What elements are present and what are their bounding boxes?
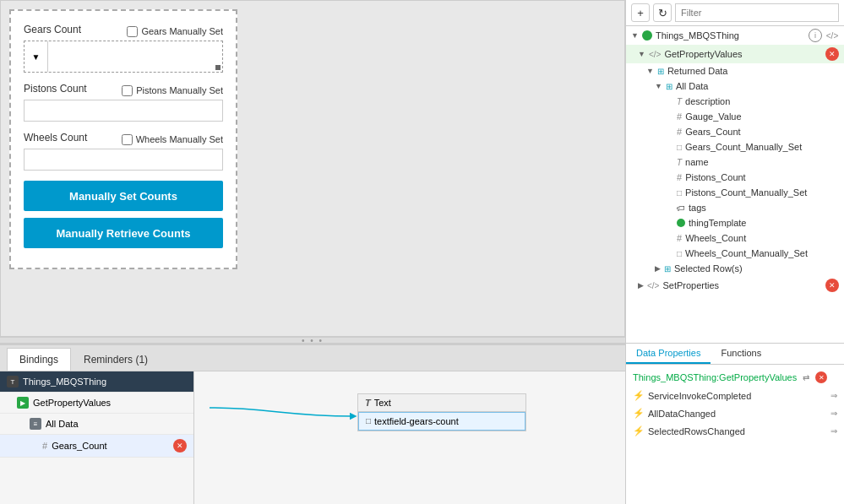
tab-bindings[interactable]: Bindings xyxy=(7,348,71,371)
tree-item-things[interactable]: ▼ Things_MBQSThing i </> xyxy=(626,26,844,45)
tab-functions[interactable]: Functions xyxy=(711,344,771,364)
lightning-icon-2: ⚡ xyxy=(633,408,645,419)
pistons-manually-set-checkbox[interactable] xyxy=(122,85,133,96)
event-label-1: ServiceInvokeCompleted xyxy=(648,391,751,401)
wheels-count-label: Wheels Count xyxy=(24,132,87,144)
remove-binding-button[interactable]: ✕ xyxy=(173,439,187,453)
binding-item-alldata[interactable]: ≡ All Data xyxy=(0,414,193,435)
canvas-area: Gears Count Gears Manually Set ▼ xyxy=(0,0,625,337)
gears-dropdown-btn[interactable]: ▼ xyxy=(25,41,48,72)
data-prop-source-label: Things_MBQSThing:GetPropertyValues xyxy=(633,372,797,382)
refresh-button[interactable]: ↻ xyxy=(653,3,672,22)
code-icon[interactable]: </> xyxy=(825,29,839,42)
data-prop-all-data-changed: ⚡ AllDataChanged ⇒ xyxy=(626,404,844,422)
tree-pistons-count-label: Pistons_Count xyxy=(685,172,839,182)
share-icon[interactable]: ⇄ xyxy=(800,371,812,383)
arrow-event-2: ⇒ xyxy=(830,409,837,418)
tree-returned-label: Returned Data xyxy=(667,66,839,76)
pistons-manually-set-checkbox-label[interactable]: Pistons Manually Set xyxy=(122,85,223,96)
hash-wheels-icon: # xyxy=(677,233,682,243)
tree-item-gears-count[interactable]: # Gears_Count xyxy=(626,124,844,139)
chevron-getproperty: ▼ xyxy=(638,50,645,58)
tree-area: ▼ Things_MBQSThing i </> ▼ </> GetProper… xyxy=(626,26,844,344)
hash-pistons-icon: # xyxy=(677,172,682,182)
hash-gauge-icon: # xyxy=(677,111,682,122)
hash-icon-gears: # xyxy=(42,441,47,451)
data-prop-service-completed: ⚡ ServiceInvokeCompleted ⇒ xyxy=(626,387,844,404)
tree-name-label: name xyxy=(685,157,839,167)
service-bracket-setprops-icon: </> xyxy=(647,281,659,290)
manually-retrieve-counts-button[interactable]: Manually Retrieve Counts xyxy=(24,218,223,248)
chevron-alldata: ▼ xyxy=(655,82,662,90)
gears-field-group: Gears Count Gears Manually Set ▼ xyxy=(24,24,223,73)
tree-item-wheels-manually-set[interactable]: □ Wheels_Count_Manually_Set xyxy=(626,246,844,261)
tree-gears-manually-label: Gears_Count_Manually_Set xyxy=(685,142,839,152)
info-icon[interactable]: i xyxy=(809,29,822,42)
tree-item-name[interactable]: T name xyxy=(626,154,844,170)
connector-region: T Text □ textfield-gears-count xyxy=(201,378,618,446)
close-setprops-button[interactable]: ✕ xyxy=(825,279,839,292)
binding-thing-label: Things_MBQSThing xyxy=(23,377,106,387)
lightning-icon-3: ⚡ xyxy=(633,425,645,436)
tab-data-properties[interactable]: Data Properties xyxy=(626,344,711,364)
close-getproperty-button[interactable]: ✕ xyxy=(825,47,839,61)
tree-item-thing-template[interactable]: thingTemplate xyxy=(626,215,844,230)
tab-reminders[interactable]: Reminders (1) xyxy=(71,348,161,371)
arrow-event-1: ⇒ xyxy=(830,391,837,400)
tree-item-pistons-count[interactable]: # Pistons_Count xyxy=(626,170,844,185)
tree-item-gears-manually-set[interactable]: □ Gears_Count_Manually_Set xyxy=(626,139,844,154)
tree-item-returned-data[interactable]: ▼ ⊞ Returned Data xyxy=(626,63,844,79)
tree-item-all-data[interactable]: ▼ ⊞ All Data xyxy=(626,79,844,94)
gears-manually-set-checkbox-label[interactable]: Gears Manually Set xyxy=(127,26,223,37)
tree-item-getpropertyvalues[interactable]: ▼ </> GetPropertyValues ✕ xyxy=(626,45,844,63)
right-bottom-panel: Data Properties Functions Things_MBQSThi… xyxy=(626,344,844,504)
tree-selected-rows-label: Selected Row(s) xyxy=(674,263,839,274)
tree-description-label: description xyxy=(685,96,839,106)
tree-item-description[interactable]: T description xyxy=(626,94,844,109)
box-pistons-manually-icon: □ xyxy=(677,188,682,198)
gears-resize-handle[interactable] xyxy=(215,65,221,70)
binding-service-label: GetPropertyValues xyxy=(33,398,111,408)
right-tab-content: Things_MBQSThing:GetPropertyValues ⇄ ✕ ⚡… xyxy=(626,365,844,504)
binding-alldata-label: All Data xyxy=(46,419,79,429)
tree-item-wheels-count[interactable]: # Wheels_Count xyxy=(626,230,844,246)
connector-svg xyxy=(201,378,438,437)
t-name-icon: T xyxy=(677,158,682,167)
binding-item-gears-count[interactable]: # Gears_Count ✕ xyxy=(0,435,193,458)
event-label-2: AllDataChanged xyxy=(648,409,716,419)
wheels-manually-set-checkbox-label[interactable]: Wheels Manually Set xyxy=(122,134,223,145)
tree-item-tags[interactable]: 🏷 tags xyxy=(626,200,844,215)
tree-pistons-manually-label: Pistons_Count_Manually_Set xyxy=(685,187,839,198)
wheels-manually-set-checkbox[interactable] xyxy=(122,134,133,145)
hash-gears-icon: # xyxy=(677,127,682,137)
add-button[interactable]: + xyxy=(631,3,650,22)
service-icon: ▶ xyxy=(17,397,29,409)
tree-item-selected-rows[interactable]: ▶ ⊞ Selected Row(s) xyxy=(626,261,844,276)
pistons-count-input[interactable] xyxy=(24,100,223,122)
widget-box: Gears Count Gears Manually Set ▼ xyxy=(9,9,237,269)
tree-item-set-properties[interactable]: ▶ </> SetProperties ✕ xyxy=(626,276,844,295)
wheels-count-input[interactable] xyxy=(24,149,223,171)
bottom-tabs-bar: Bindings Reminders (1) xyxy=(0,345,625,371)
gears-manually-set-checkbox[interactable] xyxy=(127,26,138,37)
right-tabs-bar: Data Properties Functions xyxy=(626,344,844,365)
pistons-field-group: Pistons Count Pistons Manually Set xyxy=(24,83,223,122)
panel-divider[interactable]: • • • xyxy=(0,337,625,344)
binding-item-thing[interactable]: T Things_MBQSThing xyxy=(0,371,193,393)
filter-input[interactable] xyxy=(675,3,839,22)
tree-item-pistons-manually-set[interactable]: □ Pistons_Count_Manually_Set xyxy=(626,185,844,200)
close-source-button[interactable]: ✕ xyxy=(815,371,827,383)
green-circle-template-icon xyxy=(677,219,685,227)
tree-gauge-label: Gauge_Value xyxy=(685,111,839,122)
binding-item-service[interactable]: ▶ GetPropertyValues xyxy=(0,393,193,414)
box-wheels-manually-icon: □ xyxy=(677,249,682,258)
manually-set-counts-button[interactable]: Manually Set Counts xyxy=(24,181,223,211)
right-panel: + ↻ ▼ Things_MBQSThing i </> ▼ </> GetPr… xyxy=(625,0,844,504)
left-panel: Gears Count Gears Manually Set ▼ xyxy=(0,0,625,504)
gears-count-input[interactable] xyxy=(48,41,222,72)
gears-input-area: ▼ xyxy=(24,41,223,73)
tree-item-gauge-value[interactable]: # Gauge_Value xyxy=(626,109,844,124)
tree-wheels-manually-label: Wheels_Count_Manually_Set xyxy=(685,248,839,258)
thing-icon: T xyxy=(7,376,19,387)
gears-count-label: Gears Count xyxy=(24,24,81,35)
